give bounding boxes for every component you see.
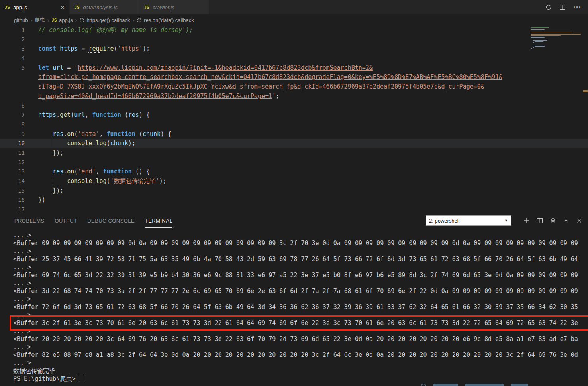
close-panel-icon[interactable] [576,217,582,224]
terminal-line: ... > [13,343,588,351]
code-line: 15 }); [0,186,588,196]
new-terminal-icon[interactable] [523,217,530,224]
breadcrumb-item[interactable]: github [14,17,28,23]
terminal-line: 数据包传输完毕 [13,367,588,375]
line-number: 12 [0,158,25,167]
line-number: 15 [0,186,25,196]
line-number: 5 [0,63,25,73]
terminal-line: ... > [13,263,588,271]
status-item [511,384,528,386]
terminal-cursor [79,375,83,382]
breadcrumb-label: https.get() callback [86,17,130,23]
panel-tab-problems[interactable]: PROBLEMS [14,214,44,228]
code-line: 14 console.log('数据包传输完毕'); [0,177,588,186]
terminal-line: <Buffer 09 09 09 09 09 09 09 09 0d 0a 09… [13,239,588,247]
breadcrumb-separator: › [30,17,32,23]
prompt-text: PS E:\github\爬虫> [13,375,79,382]
code-line: 9 res.on('data', function (chunk) { [0,130,588,139]
breadcrumb-label: res.on('data') callback [144,17,194,23]
js-file-icon: JS [52,18,57,22]
code-line: 1// console.log('你好啊! my name is dorsey'… [0,26,588,35]
panel-actions: 2: powershell ▼ [426,215,582,226]
code-line: d_pageSize=40&d_headId=466b672969a37b2de… [0,92,588,101]
status-item [465,384,504,386]
breadcrumb-separator: › [132,17,134,23]
line-number: 10 [0,139,25,148]
terminal-line: ... > [13,327,588,335]
status-bar-sliver [421,384,528,386]
code-line: 17 [0,205,588,214]
breadcrumb-label: github [14,17,28,23]
split-terminal-icon[interactable] [537,217,543,224]
terminal-line: <Buffer 72 6f 6d 3d 73 65 61 72 63 68 5f… [13,303,588,311]
panel-tab-terminal[interactable]: TERMINAL [145,214,172,228]
breadcrumb-label: 爬虫 [35,16,45,24]
maximize-panel-icon[interactable] [563,217,569,224]
breadcrumb-item[interactable]: JSapp.js [52,17,73,23]
shell-select-label: 2: powershell [429,218,460,224]
bottom-panel: PROBLEMSOUTPUTDEBUG CONSOLETERMINAL 2: p… [0,214,588,386]
terminal-line: <Buffer 25 37 45 66 41 39 72 58 71 75 5a… [13,255,588,263]
terminal-line: ... > [13,279,588,287]
line-number: 3 [0,44,25,54]
line-number: 4 [0,54,25,63]
tab-dataAnalysis.js[interactable]: JSdataAnalysis.js [70,0,139,14]
line-number: 9 [0,130,25,139]
more-actions-icon[interactable]: ··· [573,3,582,12]
terminal-line: <Buffer 69 74 6c 65 3d 22 32 30 31 39 e5… [13,271,588,279]
breadcrumb: github›爬虫›JSapp.js›https.get() callback›… [0,14,588,26]
tab-crawler.js[interactable]: JScrawler.js [139,0,209,14]
split-editor-icon[interactable] [559,4,566,10]
terminal-output[interactable]: ... ><Buffer 09 09 09 09 09 09 09 09 0d … [0,227,588,383]
editor-tab-bar: JSapp.js×JSdataAnalysis.jsJScrawler.js ·… [0,0,588,14]
line-number: 16 [0,195,25,205]
js-file-icon: JS [74,5,80,10]
code-editor[interactable]: 1// console.log('你好啊! my name is dorsey'… [0,26,588,214]
line-number [0,82,25,92]
terminal-line: ... > [13,231,588,239]
chevron-down-icon: ▼ [504,219,508,223]
kill-terminal-icon[interactable] [550,217,556,224]
code-line: sfrom=click-pc_homepage-centre_searchbox… [0,73,588,82]
panel-tabs: PROBLEMSOUTPUTDEBUG CONSOLETERMINAL [14,214,172,227]
line-number [0,92,25,101]
breadcrumb-separator: › [47,17,49,23]
line-number: 13 [0,167,25,177]
breadcrumb-label: app.js [59,17,73,23]
tab-label: dataAnalysis.js [83,4,118,10]
terminal-shell-select[interactable]: 2: powershell ▼ [426,215,511,226]
status-item [433,384,458,386]
close-tab-icon[interactable]: × [61,4,65,11]
terminal-line: ... > [13,359,588,367]
breadcrumb-item[interactable]: https.get() callback [79,17,130,23]
sync-icon[interactable] [545,4,552,10]
code-line: 6 [0,101,588,111]
terminal-line: ... > [13,247,588,255]
line-number: 14 [0,177,25,186]
terminal-prompt: PS E:\github\爬虫> [13,375,588,383]
line-number: 17 [0,205,25,214]
code-line: 16}) [0,195,588,205]
editor-actions: ··· [545,0,588,14]
breadcrumb-item[interactable]: 爬虫 [35,16,45,24]
code-line: 3const https = require('https'); [0,44,588,54]
code-line: 13 res.on('end', function () { [0,167,588,177]
line-number: 7 [0,110,25,120]
code-line: 10 console.log(chunk); [0,139,588,148]
overview-ruler-mark [583,90,588,92]
code-line: 11 }); [0,148,588,158]
line-number [0,73,25,82]
code-line: 8 [0,120,588,130]
breadcrumb-item[interactable]: res.on('data') callback [137,17,194,23]
terminal-line: ... > [13,311,588,319]
panel-tab-output[interactable]: OUTPUT [55,214,77,228]
minimap[interactable] [531,27,582,51]
code-line: 7https.get(url, function (res) { [0,110,588,120]
vscode-window: JSapp.js×JSdataAnalysis.jsJScrawler.js ·… [0,0,588,386]
panel-tab-debug-console[interactable]: DEBUG CONSOLE [87,214,135,228]
line-number: 11 [0,148,25,158]
tab-app.js[interactable]: JSapp.js× [0,0,70,14]
js-file-icon: JS [144,5,149,10]
code-line: siTag=D_7XS8J-xxxQY6y2bMqEWQ%7EfA9rXquZc… [0,82,588,92]
code-line: 4 [0,54,588,63]
